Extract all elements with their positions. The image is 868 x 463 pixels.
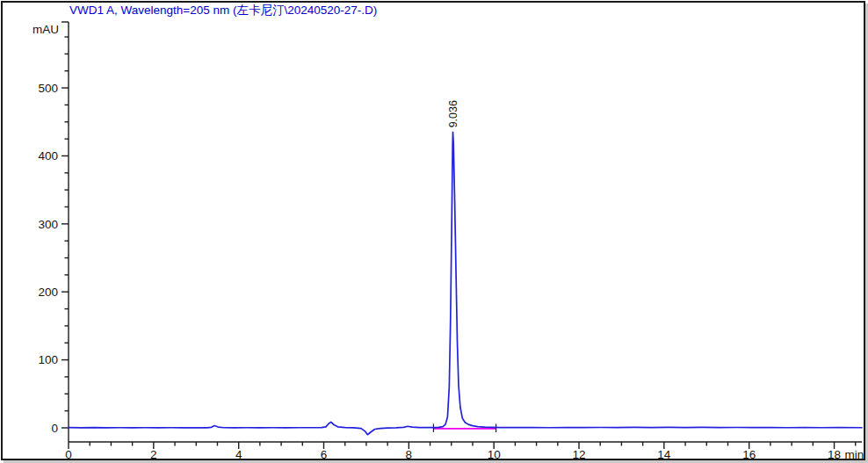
chart-title: VWD1 A, Wavelength=205 nm (左卡尼汀\20240520… bbox=[69, 4, 377, 18]
x-tick-label: 6 bbox=[321, 448, 328, 459]
y-axis-unit-label: mAU bbox=[33, 23, 59, 36]
x-axis-unit-label: min bbox=[845, 448, 864, 459]
x-axis-ticks: 024681012141618 bbox=[65, 442, 855, 459]
signal-trace-group bbox=[69, 132, 862, 434]
x-tick-label: 10 bbox=[488, 448, 501, 459]
y-tick-label: 500 bbox=[38, 82, 58, 95]
x-tick-label: 14 bbox=[657, 448, 671, 459]
y-tick-label: 200 bbox=[38, 286, 58, 299]
peak-retention-time-label: 9.036 bbox=[447, 100, 459, 127]
x-tick-label: 12 bbox=[573, 448, 586, 459]
y-axis-ticks: 0100200300400500 bbox=[38, 37, 69, 435]
x-tick-label: 0 bbox=[65, 448, 72, 459]
chart-frame: VWD1 A, Wavelength=205 nm (左卡尼汀\20240520… bbox=[1, 1, 865, 460]
chromatogram-trace bbox=[69, 132, 862, 434]
chromatogram-window: VWD1 A, Wavelength=205 nm (左卡尼汀\20240520… bbox=[0, 0, 868, 463]
y-tick-label: 100 bbox=[38, 353, 58, 366]
axes bbox=[61, 22, 862, 442]
y-tick-label: 300 bbox=[38, 218, 58, 231]
chromatogram-plot: mAU 0100200300400500 024681012141618 min… bbox=[3, 3, 864, 459]
x-tick-label: 2 bbox=[150, 448, 157, 459]
y-tick-label: 400 bbox=[38, 149, 58, 163]
x-tick-label: 18 bbox=[828, 448, 841, 459]
y-tick-label: 0 bbox=[51, 422, 58, 435]
x-tick-label: 8 bbox=[406, 448, 413, 459]
x-tick-label: 4 bbox=[235, 448, 242, 459]
x-tick-label: 16 bbox=[742, 448, 756, 459]
peak-labels-group: 9.036 bbox=[447, 100, 459, 127]
integration-baseline-group bbox=[433, 423, 495, 432]
